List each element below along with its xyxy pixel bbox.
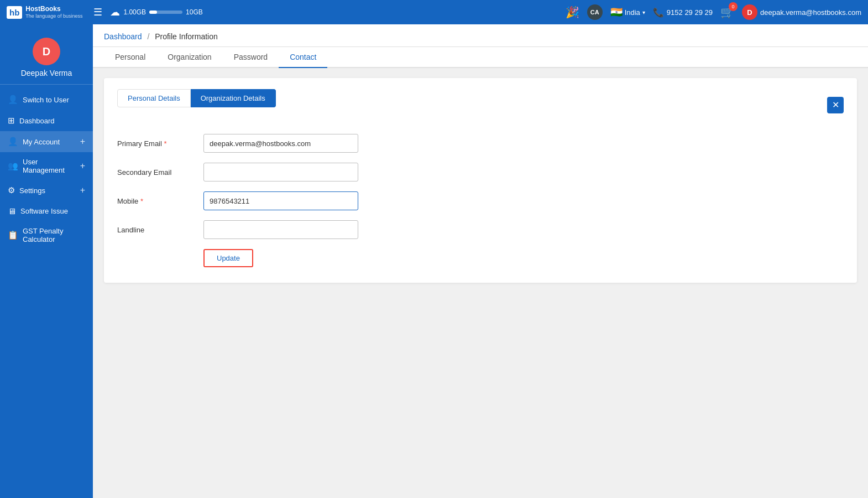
logo-box: hb (7, 6, 22, 19)
contact-form: Primary Email * Secondary Email Mobile * (117, 134, 449, 239)
sidebar-item-software-issue[interactable]: 🖥 Software Issue (0, 201, 93, 221)
sidebar-label-software-issue: Software Issue (20, 207, 85, 215)
breadcrumb-separator: / (147, 32, 149, 41)
required-indicator: * (164, 139, 167, 148)
ca-button[interactable]: CA (587, 4, 603, 20)
breadcrumb-home[interactable]: Dashboard (104, 32, 142, 41)
sub-tabs: Personal Details Organization Details (117, 89, 276, 107)
users-icon: 👥 (8, 161, 18, 171)
topbar-right: 🎉 CA 🇮🇳 India ▾ 📞 9152 29 29 29 🛒 0 D de… (566, 4, 861, 20)
cloud-used: 1.00GB (123, 8, 146, 16)
user-icon: 👤 (8, 95, 18, 105)
profile-card: Personal Details Organization Details ✕ … (104, 78, 857, 283)
tab-contact[interactable]: Contact (279, 47, 327, 68)
sidebar-avatar: D (33, 38, 60, 65)
primary-email-row: Primary Email * (117, 134, 449, 153)
update-button[interactable]: Update (203, 249, 253, 267)
sidebar-label-settings: Settings (19, 186, 76, 195)
logo-hb: hb (9, 8, 19, 17)
expand-plus-icon: + (80, 137, 85, 147)
cloud-total: 10GB (186, 8, 203, 16)
landline-label: Landline (117, 226, 195, 234)
chevron-down-icon: ▾ (642, 9, 645, 15)
secondary-email-input[interactable] (203, 163, 358, 181)
menu-icon[interactable]: ☰ (93, 6, 102, 18)
user-menu[interactable]: D deepak.verma@hostbooks.com (742, 4, 861, 20)
topbar: hb HostBooks The language of business ☰ … (0, 0, 868, 24)
gst-icon: 📋 (8, 230, 18, 240)
landline-input[interactable] (203, 220, 358, 239)
cloud-icon: ☁ (110, 6, 120, 18)
primary-email-label: Primary Email * (117, 139, 195, 148)
mobile-label: Mobile * (117, 197, 195, 205)
main-tabs: Personal Organization Password Contact (93, 47, 868, 68)
phone-number: 9152 29 29 29 (667, 8, 713, 17)
country-flag: 🇮🇳 (610, 6, 623, 18)
expand-plus-icon-settings: + (80, 185, 85, 195)
sidebar-item-settings[interactable]: ⚙ Settings + (0, 180, 93, 201)
breadcrumb: Dashboard / Profile Information (93, 24, 868, 47)
sidebar-item-user-management[interactable]: 👥 User Management + (0, 152, 93, 180)
sidebar-item-switch-to-user[interactable]: 👤 Switch to User (0, 89, 93, 110)
account-icon: 👤 (8, 137, 18, 147)
close-icon: ✕ (832, 100, 839, 110)
mobile-required-indicator: * (140, 197, 143, 205)
breadcrumb-current: Profile Information (155, 32, 218, 41)
cart-count: 0 (729, 2, 738, 11)
sidebar-label-user-management: User Management (23, 158, 76, 174)
phone-icon: 📞 (653, 7, 664, 18)
logo: hb HostBooks The language of business (7, 5, 82, 19)
sidebar-label-gst-penalty: GST Penalty Calculator (23, 227, 85, 243)
user-email: deepak.verma@hostbooks.com (760, 8, 861, 17)
sidebar-label-my-account: My Account (23, 138, 76, 146)
sidebar-item-dashboard[interactable]: ⊞ Dashboard (0, 110, 93, 131)
software-icon: 🖥 (8, 206, 16, 216)
country-selector[interactable]: 🇮🇳 India ▾ (610, 6, 645, 18)
dashboard-icon: ⊞ (8, 116, 15, 126)
sidebar-label-dashboard: Dashboard (19, 117, 85, 125)
sidebar: D Deepak Verma 👤 Switch to User ⊞ Dashbo… (0, 24, 93, 498)
content-area: Dashboard / Profile Information Personal… (93, 24, 868, 498)
cloud-bar-bg (149, 11, 182, 14)
cart-button[interactable]: 🛒 0 (720, 6, 734, 19)
mobile-input[interactable] (203, 191, 358, 210)
sidebar-item-gst-penalty[interactable]: 📋 GST Penalty Calculator (0, 221, 93, 249)
cloud-storage-info: ☁ 1.00GB 10GB (110, 6, 202, 18)
sub-tab-organization-details[interactable]: Organization Details (191, 89, 276, 107)
user-avatar: D (742, 4, 757, 20)
celebration-icon-button[interactable]: 🎉 (566, 6, 579, 19)
tab-organization[interactable]: Organization (156, 47, 222, 68)
tab-personal[interactable]: Personal (104, 47, 156, 68)
primary-email-input[interactable] (203, 134, 358, 153)
update-btn-row: Update (117, 249, 844, 267)
main-layout: D Deepak Verma 👤 Switch to User ⊞ Dashbo… (0, 24, 868, 498)
secondary-email-row: Secondary Email (117, 163, 449, 181)
phone-info: 📞 9152 29 29 29 (653, 7, 713, 18)
logo-text: HostBooks The language of business (25, 5, 82, 19)
secondary-email-label: Secondary Email (117, 168, 195, 177)
sidebar-item-my-account[interactable]: 👤 My Account + (0, 131, 93, 152)
tab-password[interactable]: Password (223, 47, 279, 68)
landline-row: Landline (117, 220, 449, 239)
country-name: India (625, 8, 640, 17)
settings-icon: ⚙ (8, 185, 15, 195)
mobile-row: Mobile * (117, 191, 449, 210)
expand-plus-icon-um: + (80, 161, 85, 171)
sidebar-user-section: D Deepak Verma (0, 29, 93, 85)
sidebar-username: Deepak Verma (21, 69, 72, 77)
cloud-bar-fill (149, 11, 157, 14)
sidebar-label-switch: Switch to User (23, 96, 85, 104)
sub-tab-personal-details[interactable]: Personal Details (117, 89, 191, 107)
close-button[interactable]: ✕ (827, 97, 844, 113)
